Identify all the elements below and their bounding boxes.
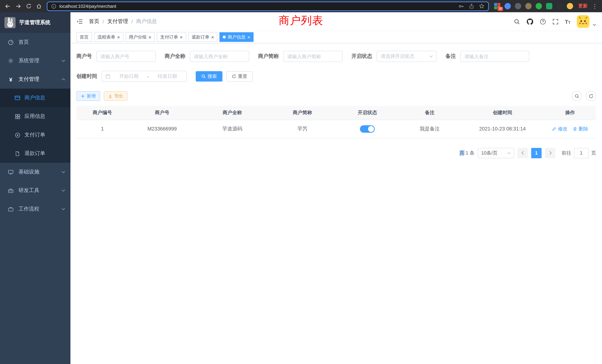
- sidebar-logo[interactable]: 芋道管理系统: [0, 12, 70, 33]
- delete-button[interactable]: 删除: [573, 126, 588, 132]
- create-time-range-picker[interactable]: 开始日期 - 结束日期: [102, 71, 187, 82]
- browser-menu-icon[interactable]: ⋮: [591, 3, 599, 10]
- share-icon[interactable]: [469, 3, 474, 9]
- extension-green-square-icon[interactable]: [546, 3, 552, 9]
- chrome-update-button[interactable]: 更新: [578, 3, 588, 9]
- extension-avatar-icon[interactable]: [525, 3, 532, 9]
- chevron-down-icon: [62, 208, 65, 210]
- tab-merchant-info[interactable]: 商户信息 ×: [220, 32, 254, 42]
- tab-home[interactable]: 首页: [76, 32, 92, 42]
- user-avatar[interactable]: [577, 15, 589, 28]
- merchant-no-input[interactable]: [96, 51, 156, 62]
- remark-input[interactable]: [460, 51, 529, 62]
- date-end-placeholder: 结束日期: [151, 73, 183, 80]
- select-caret-icon: [429, 55, 433, 57]
- home-icon[interactable]: [34, 1, 44, 11]
- full-name-input[interactable]: [190, 51, 249, 62]
- refresh-table-icon[interactable]: [586, 91, 596, 101]
- search-icon: [201, 74, 206, 79]
- page-size-select[interactable]: 10条/页: [478, 148, 514, 158]
- extension-dark-icon[interactable]: [556, 3, 563, 9]
- tab-user-group[interactable]: 用户分组 ×: [126, 32, 155, 42]
- forward-icon[interactable]: [13, 1, 23, 11]
- github-icon[interactable]: [526, 18, 533, 25]
- calendar-icon: [105, 74, 110, 79]
- url-text[interactable]: localhost:1024/pay/merchant: [59, 3, 455, 9]
- tags-view-bar: 首页 流程表单 × 用户分组 × 支付订单 × 退款订单 ×: [70, 31, 602, 43]
- short-name-input[interactable]: [283, 51, 343, 62]
- edit-button[interactable]: 修改: [552, 126, 568, 132]
- export-button[interactable]: 导出: [104, 91, 128, 101]
- tab-process-form[interactable]: 流程表单 ×: [94, 32, 123, 42]
- reset-button[interactable]: 重置: [226, 71, 253, 82]
- download-icon: [108, 94, 112, 98]
- col-status: 开启状态: [336, 106, 398, 120]
- address-bar[interactable]: localhost:1024/pay/merchant: [47, 1, 489, 11]
- sidebar-item-app-info[interactable]: 应用信息: [0, 107, 70, 126]
- fullscreen-icon[interactable]: [552, 18, 559, 25]
- close-icon[interactable]: ×: [211, 35, 214, 40]
- plus-icon: [81, 94, 85, 98]
- table-header-row: 商户编号 商户号 商户全称 商户简称 开启状态 备注 创建时间 操作: [76, 106, 596, 120]
- extension-gray-icon[interactable]: [515, 3, 521, 9]
- page-number-button[interactable]: 1: [531, 148, 542, 158]
- date-separator: -: [147, 74, 149, 79]
- sidebar-item-home[interactable]: 首页: [0, 33, 70, 52]
- logo-avatar: [4, 17, 16, 28]
- dashboard-icon: [7, 39, 14, 45]
- toggle-search-icon[interactable]: [572, 91, 582, 101]
- grid-icon: [14, 114, 21, 119]
- site-info-icon[interactable]: [51, 3, 56, 9]
- col-merchant-no: 商户号: [128, 106, 196, 120]
- sidebar-item-pay-orders[interactable]: 支付订单: [0, 126, 70, 144]
- sidebar-item-refund-orders[interactable]: 退款订单: [0, 144, 70, 163]
- goto-page-input[interactable]: [574, 148, 589, 158]
- tab-refund-orders[interactable]: 退款订单 ×: [188, 32, 217, 42]
- sidebar-item-merchant-info[interactable]: 商户信息: [0, 89, 70, 107]
- bookmark-star-icon[interactable]: [479, 3, 484, 9]
- back-icon[interactable]: [3, 1, 13, 11]
- sidebar-item-payment[interactable]: ¥ 支付管理: [0, 70, 70, 89]
- user-menu-caret-icon[interactable]: [593, 24, 596, 26]
- table-toolbar: 新增 导出: [76, 91, 596, 101]
- close-icon[interactable]: ×: [117, 35, 120, 40]
- extension-green-circle-icon[interactable]: [536, 3, 542, 9]
- add-button[interactable]: 新增: [76, 91, 100, 101]
- font-size-icon[interactable]: TT: [565, 19, 570, 24]
- extension-grid-icon[interactable]: 10: [494, 3, 500, 9]
- extension-badge: 10: [497, 7, 503, 11]
- status-toggle[interactable]: [360, 125, 375, 132]
- sidebar-item-infrastructure[interactable]: 基础设施: [0, 163, 70, 181]
- col-remark: 备注: [398, 106, 461, 120]
- breadcrumb-home[interactable]: 首页: [89, 18, 99, 25]
- extension-blue-icon[interactable]: [505, 3, 511, 9]
- close-icon[interactable]: ×: [247, 35, 250, 40]
- sidebar-item-system[interactable]: 系统管理: [0, 52, 70, 70]
- header-search-icon[interactable]: [514, 18, 520, 25]
- help-icon[interactable]: [539, 18, 546, 25]
- password-key-icon[interactable]: [458, 3, 464, 9]
- prev-page-button[interactable]: [517, 148, 528, 158]
- breadcrumb-payment[interactable]: 支付管理: [107, 18, 128, 25]
- sidebar-item-dev-tools[interactable]: 研发工具: [0, 181, 70, 200]
- table-row[interactable]: 1 M233666999 芋道源码 芋艿 我是备注 2021-10-23 08:…: [76, 120, 596, 138]
- briefcase-icon: [7, 206, 14, 212]
- extension-yellow-avatar-icon[interactable]: [567, 3, 573, 9]
- status-label: 开启状态: [351, 53, 372, 60]
- chevron-down-icon: [62, 60, 65, 62]
- tab-pay-orders[interactable]: 支付订单 ×: [157, 32, 186, 42]
- active-tab-dot: [223, 36, 226, 39]
- close-icon[interactable]: ×: [149, 35, 151, 40]
- status-select[interactable]: 请选择开启状态: [377, 51, 437, 62]
- next-page-button[interactable]: [545, 148, 555, 158]
- close-icon[interactable]: ×: [180, 35, 183, 40]
- cell-merchant-id: 1: [76, 120, 128, 138]
- cell-short-name: 芋艿: [269, 120, 336, 138]
- sidebar-item-workflow[interactable]: 工作流程: [0, 200, 70, 218]
- cell-merchant-no: M233666999: [128, 120, 196, 138]
- search-button[interactable]: 搜索: [196, 71, 222, 82]
- short-name-label: 商户简称: [258, 53, 279, 60]
- collapse-sidebar-icon[interactable]: [76, 18, 83, 25]
- browser-toolbar: localhost:1024/pay/merchant 10: [0, 0, 602, 12]
- reload-icon[interactable]: [24, 1, 33, 11]
